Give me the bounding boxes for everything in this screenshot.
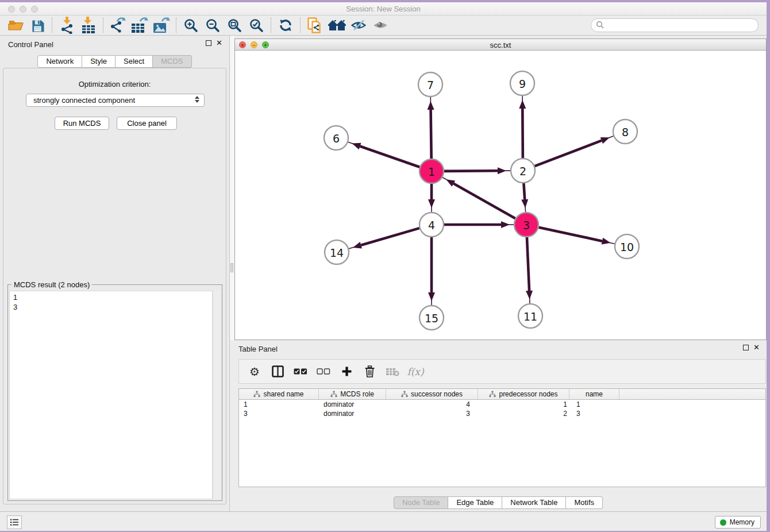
tab-mcds[interactable]: MCDS	[153, 55, 191, 68]
refresh-view-icon[interactable]	[275, 16, 297, 34]
graph-edge-3-11[interactable]	[526, 237, 533, 303]
open-file-icon[interactable]	[5, 16, 26, 34]
cell-predecessor-nodes[interactable]: 2	[478, 409, 569, 418]
result-scrollbar[interactable]	[213, 291, 221, 499]
table-settings-icon[interactable]: ⚙	[247, 364, 262, 380]
tab-select[interactable]: Select	[116, 55, 153, 68]
tab-style[interactable]: Style	[82, 55, 116, 68]
vertical-splitter[interactable]	[230, 36, 234, 340]
column-header-name[interactable]: name	[569, 389, 619, 399]
sort-icon[interactable]	[253, 391, 260, 398]
graph-node-15[interactable]: 15	[419, 306, 444, 330]
tab-network-table[interactable]: Network Table	[502, 496, 566, 509]
export-image-icon[interactable]	[151, 16, 172, 34]
graph-edge-1-4[interactable]	[428, 184, 435, 212]
graph-edge-3-10[interactable]	[538, 228, 614, 245]
function-builder-icon[interactable]: f(x)	[408, 364, 423, 380]
graph-edge-4-14[interactable]	[349, 228, 419, 249]
cell-name[interactable]: 3	[569, 409, 619, 418]
graph-node-label: 7	[427, 79, 434, 91]
column-header-predecessor-nodes[interactable]: predecessor nodes	[478, 389, 569, 399]
graph-edge-3-1[interactable]	[442, 178, 515, 218]
cell-mcds-role[interactable]: dominator	[319, 400, 386, 409]
graph-node-2[interactable]: 2	[511, 159, 535, 183]
tab-network[interactable]: Network	[37, 55, 82, 68]
deselect-all-rows-icon[interactable]	[316, 364, 331, 380]
graph-node-8[interactable]: 8	[613, 119, 637, 144]
show-all-icon[interactable]	[369, 16, 391, 34]
zoom-in-icon[interactable]	[180, 16, 202, 34]
graph-node-6[interactable]: 6	[324, 126, 348, 150]
table-panel-close-icon[interactable]: ✕	[753, 344, 760, 351]
select-all-rows-icon[interactable]	[293, 364, 308, 380]
mcds-result-list[interactable]: 1 3	[9, 291, 213, 499]
first-neighbors-icon[interactable]	[326, 16, 348, 34]
cell-name[interactable]: 1	[569, 400, 619, 409]
tab-edge-table[interactable]: Edge Table	[448, 496, 502, 509]
sort-icon[interactable]	[489, 391, 496, 398]
graph-edge-2-3[interactable]	[521, 183, 528, 212]
graph-edge-4-15[interactable]	[428, 237, 435, 305]
run-mcds-button[interactable]: Run MCDS	[55, 117, 109, 130]
graph-edge-1-6[interactable]	[348, 142, 419, 167]
network-window-title: scc.txt	[235, 41, 766, 49]
graph-node-3[interactable]: 3	[514, 213, 538, 237]
zoom-selected-icon[interactable]	[245, 16, 267, 34]
task-history-button[interactable]	[7, 515, 22, 529]
tab-node-table[interactable]: Node Table	[394, 496, 449, 509]
cell-predecessor-nodes[interactable]: 1	[478, 400, 569, 409]
sort-icon[interactable]	[330, 391, 337, 398]
import-table-icon[interactable]	[78, 16, 99, 34]
network-window-titlebar[interactable]: × − + scc.txt	[235, 39, 766, 51]
graph-edge-2-8[interactable]	[535, 136, 614, 166]
graph-node-14[interactable]: 14	[325, 240, 349, 264]
graph-edge-4-3[interactable]	[444, 221, 514, 228]
delete-table-icon[interactable]	[385, 364, 400, 380]
table-header-row: shared name MCDS role successor nodes pr…	[239, 389, 765, 400]
control-panel-float-icon[interactable]	[206, 40, 211, 46]
delete-columns-icon[interactable]	[362, 364, 377, 380]
table-row[interactable]: 3 dominator 3 2 3	[239, 409, 765, 418]
cell-shared-name[interactable]: 3	[239, 409, 319, 418]
column-header-shared-name[interactable]: shared name	[239, 389, 319, 399]
column-header-mcds-role[interactable]: MCDS role	[319, 389, 386, 399]
graph-edge-1-2[interactable]	[444, 167, 510, 174]
graph-edge-2-9[interactable]	[519, 96, 526, 158]
cell-successor-nodes[interactable]: 3	[386, 409, 478, 418]
column-header-successor-nodes[interactable]: successor nodes	[386, 389, 478, 399]
close-panel-button[interactable]: Close panel	[117, 117, 177, 130]
sort-icon[interactable]	[401, 391, 408, 398]
graph-node-7[interactable]: 7	[418, 72, 442, 97]
zoom-fit-content-icon[interactable]	[224, 16, 245, 34]
memory-button[interactable]: Memory	[715, 516, 761, 529]
graph-node-1[interactable]: 1	[419, 159, 444, 183]
split-panel-icon[interactable]	[270, 364, 285, 380]
export-network-icon[interactable]	[107, 16, 129, 34]
import-network-icon[interactable]	[56, 16, 78, 34]
hide-selected-icon[interactable]	[348, 16, 369, 34]
control-panel-close-icon[interactable]: ✕	[216, 40, 222, 47]
add-column-icon[interactable]	[339, 364, 354, 380]
network-canvas[interactable]: 1234678910111415	[235, 51, 766, 340]
graph-node-9[interactable]: 9	[510, 71, 534, 95]
save-session-icon[interactable]	[26, 16, 48, 34]
table-panel-float-icon[interactable]	[743, 345, 749, 350]
search-input[interactable]	[604, 20, 758, 31]
cell-shared-name[interactable]: 1	[239, 400, 319, 409]
graph-node-10[interactable]: 10	[615, 234, 639, 259]
graph-edge-1-7[interactable]	[428, 97, 434, 159]
table-row[interactable]: 1 dominator 4 1 1	[239, 400, 765, 409]
graph-node-label: 6	[333, 132, 340, 145]
tab-motifs[interactable]: Motifs	[566, 496, 603, 509]
splitter-handle[interactable]	[230, 263, 233, 272]
memory-label: Memory	[730, 518, 754, 526]
cell-mcds-role[interactable]: dominator	[319, 409, 386, 418]
optimization-criterion-label: Optimization criterion:	[3, 80, 226, 88]
export-table-icon[interactable]	[129, 16, 151, 34]
graph-node-4[interactable]: 4	[419, 213, 444, 237]
graph-node-11[interactable]: 11	[518, 304, 542, 328]
criterion-select[interactable]: strongly connected component	[26, 94, 205, 107]
new-network-from-selection-icon[interactable]	[304, 16, 326, 34]
cell-successor-nodes[interactable]: 4	[386, 400, 478, 409]
zoom-out-icon[interactable]	[202, 16, 224, 34]
